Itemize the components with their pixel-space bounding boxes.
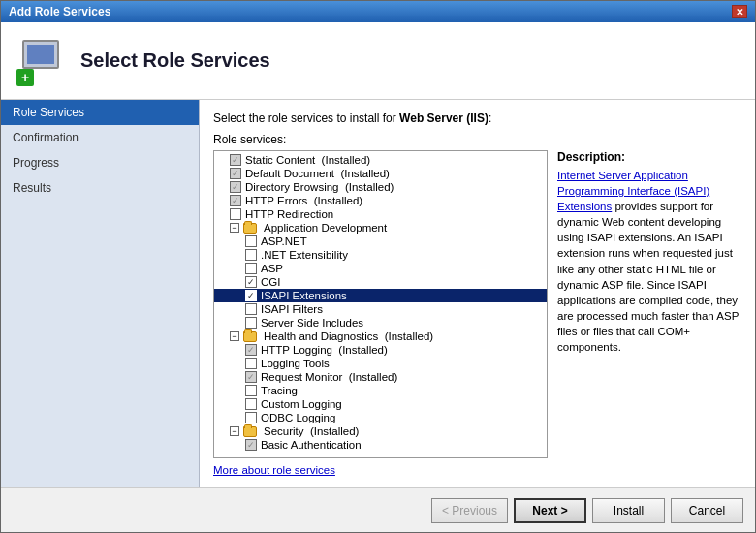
more-link: More about role services <box>213 464 741 476</box>
split-pane: Static Content (Installed) Default Docum… <box>213 150 741 458</box>
collapse-icon[interactable]: − <box>230 223 239 233</box>
list-item[interactable]: Static Content (Installed) <box>214 153 547 167</box>
header-title: Select Role Services <box>80 49 270 72</box>
checkbox-tracing[interactable] <box>245 385 257 396</box>
green-plus-icon: + <box>16 69 34 86</box>
item-label: Application Development <box>264 222 387 234</box>
checkbox-default-doc[interactable] <box>230 168 241 179</box>
checkbox-cgi[interactable] <box>245 276 257 288</box>
item-label: Health and Diagnostics (Installed) <box>264 330 433 342</box>
list-item-isapi-ext[interactable]: ISAPI Extensions <box>214 289 547 302</box>
collapse-icon-security[interactable]: − <box>230 426 239 436</box>
description-label: Description: <box>557 150 741 164</box>
item-label: Request Monitor (Installed) <box>261 371 397 383</box>
sidebar-item-confirmation[interactable]: Confirmation <box>1 125 199 150</box>
checkbox-req-monitor[interactable] <box>245 371 257 383</box>
checkbox-static-content[interactable] <box>230 154 241 166</box>
list-item[interactable]: ISAPI Filters <box>214 302 547 316</box>
list-item[interactable]: Basic Authentication <box>214 438 547 452</box>
sidebar: Role Services Confirmation Progress Resu… <box>1 100 200 487</box>
list-item[interactable]: Custom Logging <box>214 397 547 411</box>
sidebar-item-progress[interactable]: Progress <box>1 150 199 175</box>
monitor-icon <box>22 40 59 69</box>
checkbox-dir-browsing[interactable] <box>230 181 241 193</box>
list-item[interactable]: HTTP Redirection <box>214 207 547 221</box>
description-panel: Description: Internet Server Application… <box>557 150 741 458</box>
item-label: CGI <box>261 276 280 288</box>
close-button[interactable]: ✕ <box>732 5 747 18</box>
list-item[interactable]: CGI <box>214 275 547 289</box>
add-role-services-window: Add Role Services ✕ + Select Role Servic… <box>0 0 756 533</box>
item-label: Basic Authentication <box>261 439 362 451</box>
checkbox-odbc-logging[interactable] <box>245 412 257 423</box>
checkbox-logging-tools[interactable] <box>245 358 257 369</box>
main-panel: Select the role services to install for … <box>200 100 755 487</box>
folder-icon <box>243 223 257 234</box>
sidebar-item-role-services[interactable]: Role Services <box>1 100 199 125</box>
item-label: ISAPI Filters <box>261 303 323 315</box>
item-label: ISAPI Extensions <box>261 290 347 301</box>
checkbox-isapi-ext[interactable] <box>245 290 257 301</box>
item-label: Tracing <box>261 385 298 396</box>
title-bar: Add Role Services ✕ <box>1 1 755 22</box>
header-panel: + Select Role Services <box>1 22 755 100</box>
checkbox-http-redirect[interactable] <box>230 208 241 220</box>
checkbox-ssi[interactable] <box>245 317 257 329</box>
list-item-group-appdevel[interactable]: − Application Development <box>214 221 547 235</box>
item-label: ASP <box>261 263 283 274</box>
install-button[interactable]: Install <box>592 498 665 523</box>
item-label: HTTP Errors (Installed) <box>245 195 362 206</box>
item-label: Directory Browsing (Installed) <box>245 181 394 193</box>
list-item[interactable]: Default Document (Installed) <box>214 167 547 180</box>
item-label: Server Side Includes <box>261 317 363 329</box>
role-services-label: Role services: <box>213 133 741 146</box>
item-label: Security (Installed) <box>264 425 359 437</box>
folder-icon-health <box>243 331 257 342</box>
role-services-list[interactable]: Static Content (Installed) Default Docum… <box>213 150 548 458</box>
more-about-link[interactable]: More about role services <box>213 464 335 476</box>
footer: < Previous Next > Install Cancel <box>1 487 755 532</box>
sidebar-item-results[interactable]: Results <box>1 175 199 201</box>
list-item[interactable]: Server Side Includes <box>214 316 547 329</box>
list-item[interactable]: ASP.NET <box>214 235 547 248</box>
checkbox-http-logging[interactable] <box>245 344 257 356</box>
next-button[interactable]: Next > <box>514 498 586 523</box>
item-label: Default Document (Installed) <box>245 168 390 179</box>
cancel-button[interactable]: Cancel <box>671 498 743 523</box>
list-item[interactable]: ODBC Logging <box>214 411 547 424</box>
checkbox-basic-auth[interactable] <box>245 439 257 451</box>
item-label: HTTP Logging (Installed) <box>261 344 388 356</box>
checkbox-custom-logging[interactable] <box>245 398 257 410</box>
header-icon: + <box>16 36 67 86</box>
monitor-screen <box>27 45 54 64</box>
item-label: HTTP Redirection <box>245 208 333 220</box>
window-title: Add Role Services <box>9 5 110 18</box>
checkbox-aspnet[interactable] <box>245 235 257 247</box>
item-label: .NET Extensibility <box>261 249 348 261</box>
collapse-icon-health[interactable]: − <box>230 331 239 341</box>
checkbox-asp[interactable] <box>245 263 257 274</box>
list-item[interactable]: Logging Tools <box>214 357 547 370</box>
list-item[interactable]: Request Monitor (Installed) <box>214 370 547 384</box>
list-item[interactable]: ASP <box>214 262 547 275</box>
previous-button[interactable]: < Previous <box>431 498 508 523</box>
description-text: Internet Server Application Programming … <box>557 168 741 355</box>
list-item[interactable]: Directory Browsing (Installed) <box>214 180 547 194</box>
folder-icon-security <box>243 426 257 437</box>
list-item-group-security[interactable]: − Security (Installed) <box>214 424 547 438</box>
list-item[interactable]: .NET Extensibility <box>214 248 547 262</box>
item-label: Custom Logging <box>261 398 342 410</box>
checkbox-http-errors[interactable] <box>230 195 241 206</box>
list-item[interactable]: HTTP Errors (Installed) <box>214 194 547 207</box>
item-label: ODBC Logging <box>261 412 335 423</box>
item-label: Logging Tools <box>261 358 330 369</box>
item-label: ASP.NET <box>261 235 307 247</box>
main-instruction: Select the role services to install for … <box>213 111 741 125</box>
list-item[interactable]: HTTP Logging (Installed) <box>214 343 547 357</box>
list-item[interactable]: Tracing <box>214 384 547 397</box>
checkbox-net-ext[interactable] <box>245 249 257 261</box>
item-label: Static Content (Installed) <box>245 154 370 166</box>
checkbox-isapi-filters[interactable] <box>245 303 257 315</box>
content-area: Role Services Confirmation Progress Resu… <box>1 100 755 487</box>
list-item-group-health[interactable]: − Health and Diagnostics (Installed) <box>214 329 547 343</box>
